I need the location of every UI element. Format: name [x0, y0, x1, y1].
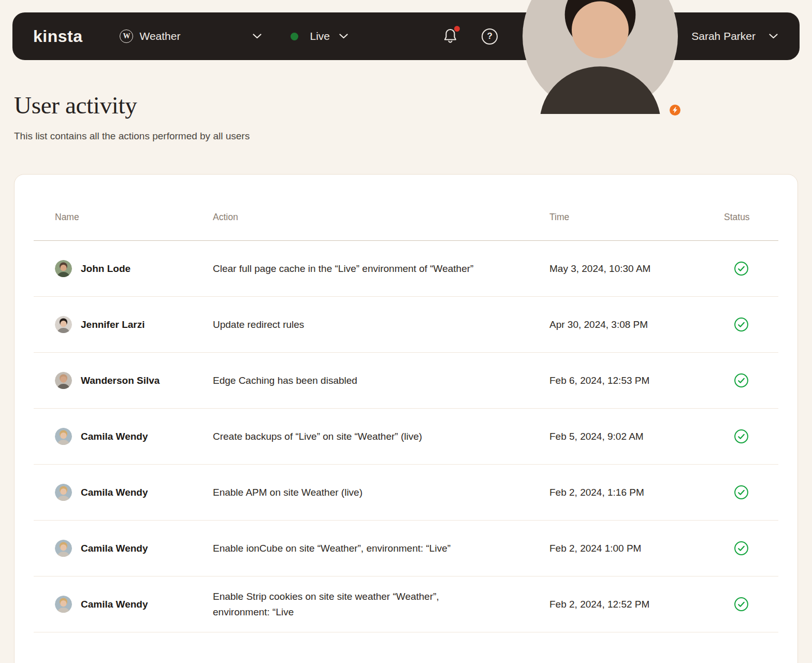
navbar-right-group: ? Sarah Parker: [443, 0, 778, 114]
user-avatar-wrap: [523, 0, 678, 114]
name-cell: Jennifer Larzi: [55, 316, 213, 333]
name-cell: Wanderson Silva: [55, 372, 213, 389]
avatar: [55, 484, 72, 501]
success-check-icon: [734, 597, 749, 612]
avatar: [523, 0, 678, 114]
status-cell: [724, 429, 778, 444]
avatar: [55, 260, 72, 277]
environment-selector-dropdown[interactable]: Live: [291, 30, 348, 42]
action-description: Clear full page cache in the “Live” envi…: [213, 261, 495, 277]
timestamp: Feb 5, 2024, 9:02 AM: [549, 429, 724, 444]
chevron-down-icon: [339, 34, 348, 39]
site-selector-dropdown[interactable]: W Weather: [120, 30, 262, 43]
success-check-icon: [734, 485, 749, 500]
table-row: Camila Wendy Enable APM on site Weather …: [34, 465, 778, 521]
table-row: John Lode Clear full page cache in the “…: [34, 241, 778, 297]
action-description: Create backups of “Live” on site “Weathe…: [213, 429, 495, 444]
notification-badge: [454, 26, 460, 32]
site-selector-label: Weather: [139, 30, 180, 42]
column-header-action: Action: [213, 212, 549, 223]
user-name: Wanderson Silva: [81, 375, 160, 386]
action-description: Enable ionCube on site “Weather”, enviro…: [213, 541, 495, 556]
user-activity-card: Name Action Time Status John Lode Clear …: [14, 174, 798, 663]
environment-label: Live: [310, 30, 330, 42]
timestamp: Feb 2, 2024 1:00 PM: [549, 541, 724, 556]
user-name: John Lode: [81, 263, 130, 275]
name-cell: Camila Wendy: [55, 596, 213, 613]
kinsta-logo: kinsta: [33, 27, 82, 46]
table-row: Camila Wendy Create backups of “Live” on…: [34, 409, 778, 465]
name-cell: Camila Wendy: [55, 484, 213, 501]
live-status-dot: [291, 33, 298, 40]
avatar: [55, 540, 72, 557]
action-description: Enable APM on site Weather (live): [213, 485, 495, 500]
status-cell: [724, 485, 778, 500]
notifications-button[interactable]: [443, 27, 458, 46]
user-name-label: Sarah Parker: [691, 30, 756, 42]
column-header-time: Time: [549, 212, 724, 223]
avatar: [55, 596, 72, 613]
user-name: Camila Wendy: [81, 487, 148, 498]
status-cell: [724, 597, 778, 612]
name-cell: Camila Wendy: [55, 428, 213, 445]
action-description: Enable Strip cookies on site site weathe…: [213, 589, 495, 620]
user-menu[interactable]: Sarah Parker: [523, 0, 778, 114]
timestamp: Apr 30, 2024, 3:08 PM: [549, 317, 724, 333]
table-row: Jennifer Larzi Update redirect rules Apr…: [34, 297, 778, 353]
status-cell: [724, 317, 778, 332]
table-row: Wanderson Silva Edge Caching has been di…: [34, 353, 778, 409]
table-header-row: Name Action Time Status: [34, 175, 778, 241]
timestamp: Feb 6, 2024, 12:53 PM: [549, 373, 724, 388]
user-name: Jennifer Larzi: [81, 319, 145, 330]
success-check-icon: [734, 429, 749, 444]
table-row: Camila Wendy Enable Strip cookies on sit…: [34, 576, 778, 632]
user-name: Camila Wendy: [81, 599, 148, 610]
success-check-icon: [734, 317, 749, 332]
status-cell: [724, 373, 778, 388]
top-navbar: kinsta W Weather Live ?: [12, 12, 800, 60]
lightning-badge-icon: [670, 105, 680, 116]
user-name: Camila Wendy: [81, 543, 148, 554]
status-cell: [724, 261, 778, 276]
success-check-icon: [734, 261, 749, 276]
user-name: Camila Wendy: [81, 431, 148, 442]
success-check-icon: [734, 373, 749, 388]
column-header-name: Name: [55, 212, 213, 223]
timestamp: Feb 2, 2024, 12:52 PM: [549, 597, 724, 612]
chevron-down-icon: [253, 34, 262, 39]
help-button[interactable]: ?: [482, 28, 498, 45]
avatar: [55, 316, 72, 333]
wordpress-icon: W: [120, 30, 133, 43]
status-cell: [724, 541, 778, 556]
timestamp: May 3, 2024, 10:30 AM: [549, 261, 724, 277]
name-cell: John Lode: [55, 260, 213, 277]
question-mark-icon: ?: [487, 31, 492, 41]
action-description: Edge Caching has been disabled: [213, 373, 495, 388]
column-header-status: Status: [724, 212, 778, 223]
success-check-icon: [734, 541, 749, 556]
action-description: Update redirect rules: [213, 317, 495, 333]
timestamp: Feb 2, 2024, 1:16 PM: [549, 485, 724, 500]
chevron-down-icon: [769, 34, 778, 39]
avatar: [55, 428, 72, 445]
table-row: Camila Wendy Enable ionCube on site “Wea…: [34, 521, 778, 576]
avatar: [55, 372, 72, 389]
page-subtitle: This list contains all the actions perfo…: [14, 131, 798, 142]
name-cell: Camila Wendy: [55, 540, 213, 557]
